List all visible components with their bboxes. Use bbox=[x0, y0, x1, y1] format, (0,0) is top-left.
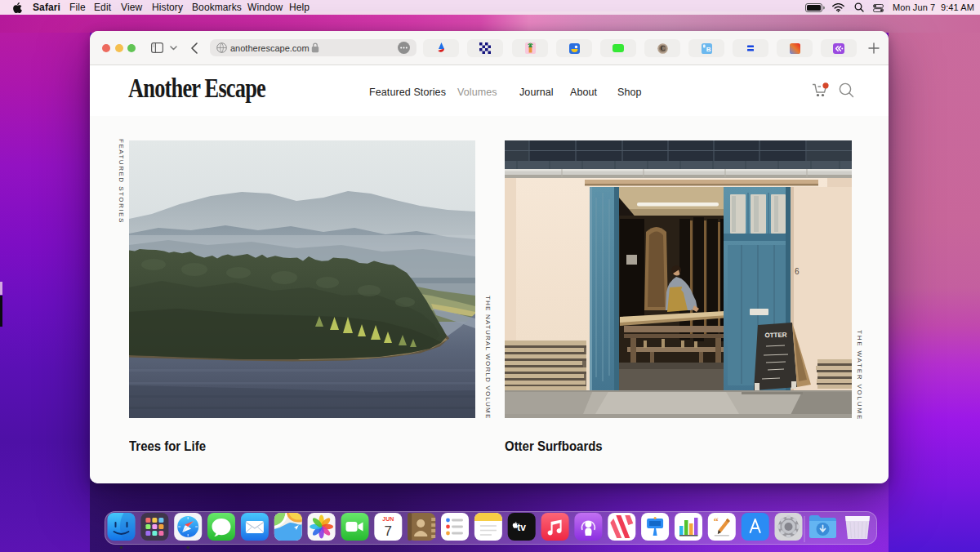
svg-text:B: B bbox=[706, 46, 710, 53]
svg-text:tv: tv bbox=[517, 522, 526, 533]
svg-text:6: 6 bbox=[795, 267, 800, 276]
svg-text:7: 7 bbox=[385, 523, 392, 539]
svg-text:C: C bbox=[660, 44, 665, 52]
svg-text:JUN: JUN bbox=[382, 516, 394, 522]
svg-text:“: “ bbox=[714, 516, 719, 528]
svg-text:OTTER: OTTER bbox=[764, 332, 786, 339]
